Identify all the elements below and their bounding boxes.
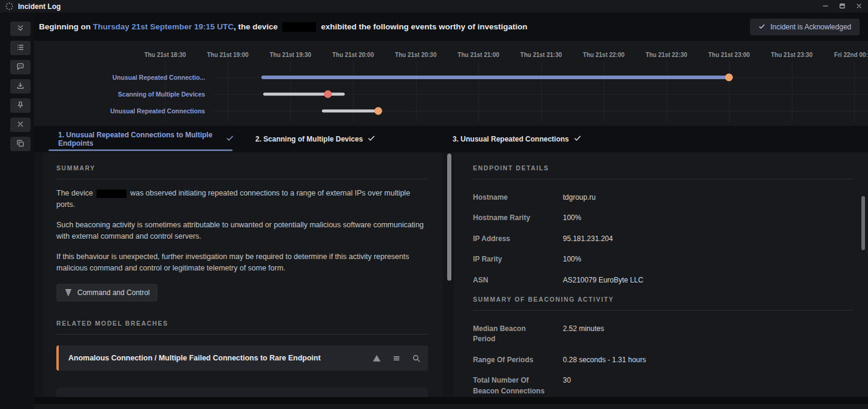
check-icon — [367, 134, 375, 144]
timeline-gridline — [228, 61, 228, 122]
toolbar-close-log-button[interactable] — [10, 118, 31, 132]
check-icon — [226, 134, 234, 144]
incident-header-band: Beginning on Thursday 21st September 19:… — [34, 13, 868, 40]
toolbar-comments-button[interactable] — [10, 60, 31, 74]
timeline-event-marker[interactable] — [725, 74, 733, 82]
beaconing-detail-value: 0.28 seconds - 1.31 hours — [546, 355, 646, 365]
chevron-down-icon[interactable] — [168, 395, 178, 397]
toolbar-log-list-button[interactable] — [10, 41, 31, 55]
beaconing-detail-key: Total Number Of Beacon Connections — [473, 375, 546, 396]
beaconing-detail-row: Range Of Periods0.28 seconds - 1.31 hour… — [473, 355, 854, 365]
minimize-icon — [822, 1, 829, 12]
command-and-control-tag-button[interactable]: Command and Control — [56, 284, 158, 302]
beaconing-detail-value: 2.52 minutes — [546, 324, 604, 345]
scrollbar-thumb[interactable] — [861, 196, 865, 250]
endpoint-detail-key: ASN — [473, 275, 546, 285]
check-icon — [574, 134, 581, 144]
timeline-tick-label: Thu 21st 19:00 — [207, 52, 248, 58]
header-suffix: exhibited the following events worthy of… — [321, 22, 527, 31]
endpoint-detail-value: AS210079 EuroByte LLC — [546, 275, 643, 285]
warning-icon[interactable] — [372, 354, 381, 363]
endpoint-detail-value: tdgroup.ru — [546, 193, 596, 203]
maximize-icon — [839, 1, 846, 12]
timeline-gridline — [792, 61, 792, 122]
timeline-tick-label: Thu 21st 20:00 — [332, 52, 373, 58]
timeline-tick-label: Thu 21st 21:30 — [520, 52, 562, 58]
endpoint-detail-row: IP Address95.181.231.204 — [473, 234, 854, 244]
breach-actions — [372, 354, 421, 363]
beaconing-detail-key: Range Of Periods — [473, 355, 546, 365]
toolbar-download-button[interactable] — [10, 79, 31, 94]
maximize-button[interactable] — [838, 2, 846, 11]
timeline-gridline — [604, 61, 604, 122]
timeline-row-track — [213, 111, 868, 112]
endpoint-detail-row: ASNAS210079 EuroByte LLC — [473, 275, 854, 285]
search-icon[interactable] — [412, 354, 421, 363]
beaconing-detail-value: 30 — [546, 375, 571, 396]
toolbar-pin-button[interactable] — [10, 98, 31, 113]
redacted-device-name — [282, 22, 316, 32]
endpoint-detail-key: IP Rarity — [473, 254, 546, 264]
endpoint-detail-key: Hostname — [473, 193, 546, 203]
summary-heading: SUMMARY — [56, 164, 428, 179]
timeline-tick-label: Thu 21st 19:30 — [270, 52, 311, 58]
timeline-tick-label: Thu 21st 22:00 — [583, 52, 624, 58]
right-panel-scrollbar[interactable] — [861, 152, 866, 397]
window-controls — [821, 2, 863, 11]
endpoint-detail-value: 100% — [546, 254, 581, 264]
toolbar-collapse-all-button[interactable] — [10, 22, 31, 36]
toolbar-copy-button[interactable] — [10, 137, 31, 151]
tag-button-label: Command and Control — [77, 288, 150, 297]
endpoint-detail-key: IP Address — [473, 234, 546, 244]
timeline-event-marker[interactable] — [324, 91, 332, 98]
timeline-gridline — [667, 61, 667, 122]
endpoint-panel: ENDPOINT DETAILS Hostnametdgroup.ruHostn… — [454, 152, 868, 397]
timeline-event-bar[interactable] — [263, 93, 345, 96]
endpoint-details-rows: Hostnametdgroup.ruHostname Rarity100%IP … — [473, 193, 854, 285]
menu-icon[interactable] — [392, 354, 401, 363]
tab-event-1[interactable]: 1. Unusual Repeated Connections to Multi… — [44, 126, 241, 152]
beaconing-rows: Median Beacon Period2.52 minutesRange Of… — [473, 324, 854, 397]
event-detail-panel: SUMMARY The devicewas observed initiatin… — [43, 152, 442, 397]
footer-strip — [34, 397, 868, 404]
timeline-gridline — [290, 61, 291, 122]
incident-start-time[interactable]: Thursday 21st September 19:15 UTC — [93, 22, 234, 31]
timeline-event-bar[interactable] — [261, 76, 730, 79]
timeline-tick-label: Thu 21st 23:00 — [708, 52, 749, 58]
filter-icon — [64, 288, 73, 298]
tab-label: 1. Unusual Repeated Connections to Multi… — [58, 131, 221, 148]
left-panel-scrollbar[interactable] — [447, 152, 452, 397]
close-button[interactable] — [855, 2, 863, 11]
tab-event-2[interactable]: 2. Scanning of Multiple Devices — [241, 126, 438, 152]
endpoint-detail-key: Hostname Rarity — [473, 213, 546, 223]
tab-event-3[interactable]: 3. Unusual Repeated Connections — [438, 126, 635, 152]
summary-paragraph-3: If this behaviour is unexpected, further… — [56, 251, 428, 275]
timeline-tick-label: Thu 21st 18:30 — [144, 52, 186, 58]
model-breach-row[interactable]: Anomalous Connection / Multiple Failed C… — [56, 345, 428, 371]
summary-paragraph-2: Such beaconing activity is sometimes att… — [56, 219, 428, 243]
investigation-process-section[interactable]: INVESTIGATION PROCESS — [56, 387, 428, 397]
footer-strip-light — [34, 404, 868, 409]
timeline-tick-label: Thu 21st 22:30 — [646, 52, 687, 58]
endpoint-details-heading: ENDPOINT DETAILS — [473, 164, 854, 179]
timeline-gridline — [854, 61, 855, 122]
timeline-row-label[interactable]: Unusual Repeated Connectio... — [34, 74, 205, 81]
app-logo-icon — [5, 2, 14, 11]
timeline-event-bar[interactable] — [322, 110, 378, 113]
header-prefix: Beginning on — [39, 22, 93, 31]
timeline-row-label[interactable]: Scanning of Multiple Devices — [34, 91, 205, 98]
endpoint-detail-row: Hostname Rarity100% — [473, 213, 854, 223]
timeline-gridline — [478, 61, 479, 122]
timeline-event-marker[interactable] — [374, 107, 382, 115]
minimize-button[interactable] — [821, 2, 830, 11]
incident-log-window: Incident Log Beginning on Thursday 21st … — [0, 0, 868, 409]
timeline-tick-label: Thu 21st 23:30 — [771, 52, 812, 58]
titlebar[interactable]: Incident Log — [0, 0, 868, 13]
acknowledge-label: Incident is Acknowledged — [770, 23, 851, 31]
incident-timeline-chart[interactable]: Thu 21st 18:30Thu 21st 19:00Thu 21st 19:… — [34, 41, 868, 126]
timeline-row-label[interactable]: Unusual Repeated Connections — [34, 107, 205, 115]
scrollbar-thumb[interactable] — [447, 154, 451, 281]
beaconing-detail-row: Median Beacon Period2.52 minutes — [473, 324, 854, 345]
acknowledge-button[interactable]: Incident is Acknowledged — [750, 19, 860, 35]
para1-pre: The device — [56, 189, 93, 197]
